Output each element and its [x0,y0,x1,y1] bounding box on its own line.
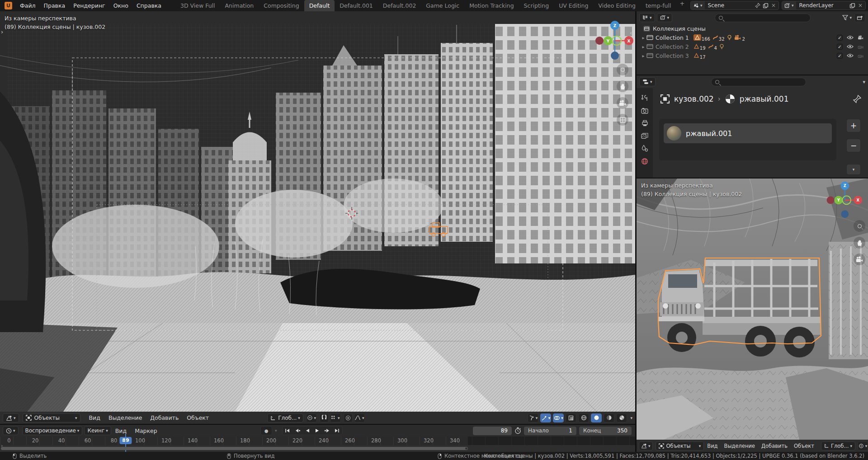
tab-view-layer-icon[interactable] [641,132,648,139]
disable-render-icon[interactable] [858,53,864,58]
menu-object[interactable]: Объект [183,414,213,421]
auto-key-record-button[interactable]: ● [260,426,272,435]
shading-rendered-button[interactable] [616,413,627,422]
new-scene-button[interactable] [763,3,769,9]
tab-render-icon[interactable] [641,108,648,114]
pivot-point-dropdown[interactable]: ▾ [858,441,868,451]
timeline-ruler[interactable]: 0 20 40 60 80 100 120 140 160 180 200 22… [0,437,635,445]
editor-type-button[interactable]: ▾ [639,441,653,451]
tab-game-logic[interactable]: Game Logic [421,0,464,11]
outliner-row-collection-3[interactable]: ▸ Collection 3 17 ✓ [637,51,868,60]
snap-magnet-toggle[interactable] [320,413,329,422]
navigation-gizmo[interactable]: Z Y X [825,180,863,219]
tab-world-icon[interactable] [641,158,648,165]
outliner-row-collection-1[interactable]: ▸ Collection 1 166 32 2 ✓ [637,33,868,42]
orthographic-toggle-icon[interactable] [617,114,628,126]
mesh-data-icon[interactable] [693,34,701,41]
timeline-menu-marker[interactable]: Маркер [131,427,161,434]
menu-add[interactable]: Добавить [146,414,183,421]
outliner-row-scene-collection[interactable]: Коллекция сцены [637,24,868,33]
outliner-row-collection-2[interactable]: ▸ Collection 2 19 4 ✓ [637,42,868,51]
render-layer-name[interactable]: RenderLayer [796,2,849,9]
prev-keyframe-button[interactable] [292,427,302,435]
collection-checkbox[interactable]: ✓ [837,53,843,59]
zoom-icon[interactable] [854,220,865,232]
timeline-menu-view[interactable]: Вид [111,427,131,434]
navigation-gizmo[interactable]: Z Y X [593,19,635,61]
scene-name[interactable]: Scene [705,2,755,9]
add-material-slot-button[interactable]: + [846,119,861,132]
scene-browse-button[interactable]: ▾ [691,1,705,9]
falloff-dropdown[interactable]: ▾ [354,413,365,422]
tab-uv-editing[interactable]: UV Editing [554,0,593,11]
object-visibility-dropdown[interactable]: ▾ [528,413,538,422]
breadcrumb-object-name[interactable]: кузов.002 [674,94,714,103]
light-data-icon[interactable] [719,44,724,50]
tab-scripting[interactable]: Scripting [519,0,554,11]
tab-output-icon[interactable] [642,120,648,127]
tab-motion-tracking[interactable]: Motion Tracking [464,0,519,11]
disable-render-icon[interactable] [858,35,864,40]
menu-add[interactable]: Добавить [758,443,791,449]
editor-type-button[interactable]: ▾ [3,413,19,422]
pan-hand-icon[interactable] [854,237,865,249]
shading-solid-button[interactable] [591,413,602,422]
mode-dropdown[interactable]: Объекты ▾ [656,441,704,451]
properties-editor-dropdown[interactable]: ▾ [639,77,656,86]
transform-orientation-dropdown[interactable]: Глоб... ▾ [267,413,303,422]
pin-icon[interactable] [755,3,760,8]
start-frame-field[interactable]: Начало 1 [524,427,576,435]
disclosure-icon[interactable]: ▸ [640,53,646,58]
camera-data-icon[interactable] [734,35,742,41]
pin-id-icon[interactable] [853,94,862,103]
material-specials-dropdown[interactable]: ▾ [846,164,861,175]
snap-settings-dropdown[interactable]: ▾ [330,413,341,422]
zoom-icon[interactable] [617,64,628,75]
pivot-point-dropdown[interactable]: ▾ [306,413,317,422]
material-slot-row[interactable]: ржавый.001 [664,123,832,143]
outliner-search-input[interactable] [715,14,811,22]
menu-file[interactable]: Файл [16,0,40,11]
properties-options-dropdown[interactable]: ▾ [863,79,865,85]
disclosure-icon[interactable]: ▸ [640,35,646,40]
curve-data-icon[interactable] [712,35,718,40]
proportional-edit-toggle[interactable] [344,413,353,422]
jump-to-end-button[interactable] [332,427,342,435]
show-overlays-toggle[interactable]: ▾ [553,413,564,422]
shading-wireframe-button[interactable] [578,413,589,422]
use-preview-range-icon[interactable] [514,427,521,434]
pan-hand-icon[interactable] [617,80,628,92]
properties-search-input[interactable] [711,78,806,86]
collection-checkbox[interactable]: ✓ [837,44,843,50]
menu-help[interactable]: Справка [132,0,165,11]
auto-key-dropdown[interactable]: ▾ [275,428,277,433]
toolbar-expand-icon[interactable]: › [1,28,3,35]
outliner-display-mode-dropdown[interactable]: ▾ [639,13,655,22]
disable-render-icon[interactable] [858,44,864,49]
mode-dropdown[interactable]: Объекты ▾ [23,413,80,422]
shading-material-button[interactable] [604,413,614,422]
play-reverse-button[interactable] [302,427,312,435]
timeline-hscrollbar[interactable] [1,447,468,450]
app-logo-icon[interactable]: U [5,2,12,9]
xray-toggle[interactable] [566,413,576,422]
play-button[interactable] [312,427,322,435]
end-frame-field[interactable]: Конец 350 [579,427,632,435]
camera-view-icon[interactable] [617,97,628,109]
menu-select[interactable]: Выделение [721,443,759,449]
mesh-data-icon[interactable] [693,44,699,49]
curve-data-icon[interactable] [708,44,714,49]
menu-object[interactable]: Объект [791,443,817,449]
breadcrumb-material-name[interactable]: ржавый.001 [740,94,789,103]
outliner-filter-scene-dropdown[interactable]: ▾ [657,13,673,22]
outliner-filter-dropdown[interactable]: ▾ [842,15,852,20]
next-keyframe-button[interactable] [322,427,332,435]
new-collection-button[interactable] [854,13,865,22]
light-data-icon[interactable] [727,35,732,41]
secondary-3d-viewport[interactable]: Из камеры перспектива (89) Коллекция сце… [637,178,868,440]
hide-eye-icon[interactable] [847,44,854,49]
playback-menu[interactable]: Воспроизведение▾ [22,426,83,435]
hide-eye-icon[interactable] [847,35,854,40]
unlink-scene-button[interactable]: × [769,2,778,9]
collection-checkbox[interactable]: ✓ [837,35,843,41]
